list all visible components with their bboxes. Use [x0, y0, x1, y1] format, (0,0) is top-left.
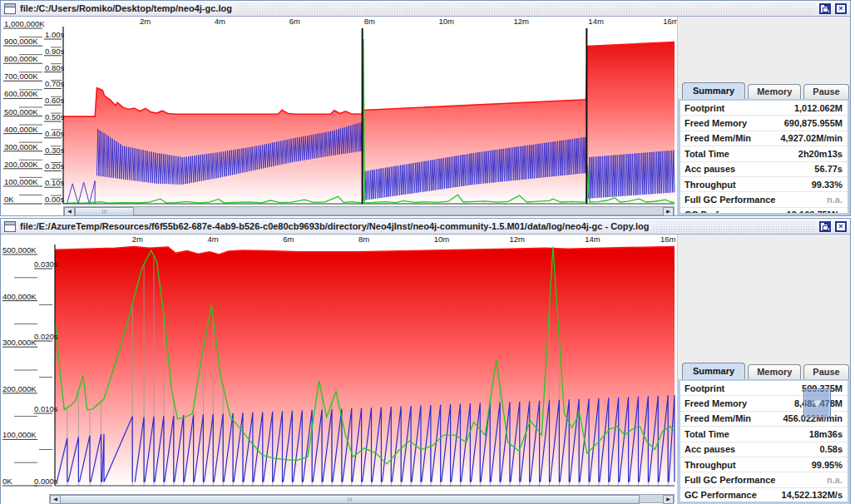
svg-text:400,000K: 400,000K — [4, 125, 38, 134]
svg-text:2m: 2m — [140, 17, 151, 26]
scrollbar-thumb[interactable] — [75, 207, 134, 215]
svg-text:0.20s: 0.20s — [45, 161, 64, 170]
summary-panel: Summary Memory Pause Footprint509.375MFr… — [677, 235, 850, 504]
stat-row: Full GC Performancen.a. — [680, 472, 848, 487]
svg-text:0.60s: 0.60s — [45, 96, 64, 105]
stat-row: GC Performance14,522.132M/s — [680, 487, 848, 502]
stat-value: 2h20m13s — [798, 149, 843, 159]
titlebar[interactable]: file:/E:/AzureTemp/Resources/f6f55b62-68… — [1, 219, 850, 235]
stat-label: Freed Mem/Min — [684, 133, 751, 143]
gc-window-top: file:/C:/Users/Romiko/Desktop/temp/neo4j… — [0, 0, 851, 216]
chart-area: 2m4m6m8m10m12m14m16m1,000,000K900,000K80… — [1, 17, 677, 215]
svg-text:0.30s: 0.30s — [45, 146, 64, 155]
stat-label: Total Time — [684, 429, 729, 439]
scroll-right-icon: ▶ — [666, 497, 670, 502]
scroll-left-button[interactable]: ◀ — [64, 207, 75, 215]
heap-total-area — [55, 247, 675, 487]
stat-value: 1,012.062M — [794, 103, 843, 113]
stat-value: 99.33% — [812, 180, 843, 190]
svg-text:0.80s: 0.80s — [45, 63, 64, 72]
stat-value: 0.58s — [819, 444, 843, 454]
svg-text:200,000K: 200,000K — [2, 384, 37, 393]
tab-summary[interactable]: Summary — [682, 82, 745, 99]
stat-label: Freed Mem/Min — [684, 413, 751, 423]
stat-value: 12,168.75M/s — [787, 210, 843, 215]
tab-summary[interactable]: Summary — [682, 363, 745, 379]
maximize-button[interactable] — [819, 3, 831, 14]
gc-window-bottom: file:/E:/AzureTemp/Resources/f6f55b62-68… — [0, 218, 851, 504]
svg-text:12m: 12m — [513, 17, 529, 26]
titlebar-texture — [236, 2, 815, 14]
stat-row: Freed Memory690,875.955M — [680, 115, 848, 130]
stats-table: Footprint1,012.062MFreed Memory690,875.9… — [678, 99, 850, 215]
stat-value: 99.95% — [812, 460, 843, 470]
svg-text:10m: 10m — [439, 17, 455, 26]
panel-filler — [678, 235, 850, 363]
svg-text:4m: 4m — [215, 17, 225, 26]
tab-memory[interactable]: Memory — [748, 364, 801, 379]
svg-text:1.00s: 1.00s — [45, 30, 64, 39]
stat-row: Total Time18m36s — [680, 426, 848, 441]
stat-value: 456.022M/min — [783, 413, 843, 423]
stat-row: GC Performance12,168.75M/s — [680, 207, 848, 215]
svg-text:14m: 14m — [588, 17, 604, 26]
stat-value: 56.77s — [814, 164, 843, 174]
svg-text:16m: 16m — [663, 17, 677, 26]
scroll-right-button[interactable]: ▶ — [663, 207, 674, 215]
tab-pause[interactable]: Pause — [803, 84, 848, 99]
window-icon — [4, 3, 16, 14]
stat-value: 4,927.02M/min — [780, 133, 843, 143]
stat-row: Freed Mem/Min456.022M/min — [680, 411, 848, 426]
stat-row: Footprint1,012.062M — [680, 101, 848, 115]
stat-label: GC Performance — [684, 210, 757, 215]
close-icon: × — [838, 222, 843, 230]
close-button[interactable]: × — [835, 221, 847, 232]
gc-chart-bottom: 2m4m6m8m10m12m14m16m500,000K400,000K300,… — [1, 235, 677, 494]
tab-bar: Summary Memory Pause — [678, 82, 850, 99]
svg-text:0.10s: 0.10s — [45, 178, 64, 187]
titlebar[interactable]: file:/C:/Users/Romiko/Desktop/temp/neo4j… — [1, 1, 850, 17]
stat-label: Acc pauses — [684, 444, 735, 454]
h-scrollbar[interactable]: ◀ ▶ — [63, 206, 675, 215]
svg-text:1,000,000K: 1,000,000K — [4, 19, 45, 28]
h-scrollbar[interactable]: ◀ ▶ — [49, 494, 675, 503]
svg-text:600,000K: 600,000K — [4, 89, 38, 98]
stat-row: Footprint509.375M — [680, 381, 848, 395]
svg-text:8m: 8m — [358, 235, 369, 244]
stat-value: 18m36s — [809, 429, 843, 439]
svg-text:400,000K: 400,000K — [2, 292, 37, 301]
stat-value: 509.375M — [802, 383, 843, 393]
svg-text:6m: 6m — [283, 235, 294, 244]
stat-label: Throughput — [684, 460, 736, 470]
gc-chart-top: 2m4m6m8m10m12m14m16m1,000,000K900,000K80… — [1, 17, 677, 205]
stat-label: Acc pauses — [684, 164, 735, 174]
maximize-button[interactable] — [819, 221, 831, 232]
stat-label: Full GC Performance — [684, 475, 775, 485]
stat-label: GC Performance — [684, 490, 757, 500]
stat-value: n.a. — [827, 475, 843, 485]
tab-pause[interactable]: Pause — [803, 364, 848, 379]
scroll-right-button[interactable]: ▶ — [663, 495, 674, 504]
svg-text:300,000K: 300,000K — [4, 142, 38, 151]
svg-text:300,000K: 300,000K — [2, 338, 37, 347]
svg-text:500,000K: 500,000K — [2, 245, 37, 254]
svg-text:0.70s: 0.70s — [45, 79, 64, 88]
svg-text:0K: 0K — [4, 195, 14, 204]
stat-row: Freed Memory8,482.478M — [680, 395, 848, 410]
window-title: file:/E:/AzureTemp/Resources/f6f55b62-68… — [20, 221, 649, 231]
svg-text:500,000K: 500,000K — [4, 107, 38, 116]
panel-filler — [678, 17, 850, 82]
stats-table: Footprint509.375MFreed Memory8,482.478MF… — [678, 379, 850, 504]
scroll-right-icon: ▶ — [666, 209, 670, 214]
close-button[interactable]: × — [835, 3, 847, 14]
tab-bar: Summary Memory Pause — [678, 363, 850, 379]
stat-row: Full GC Performancen.a. — [680, 191, 848, 206]
svg-text:200,000K: 200,000K — [4, 160, 38, 169]
stat-row: Acc pauses0.58s — [680, 442, 848, 457]
stat-row: Freed Mem/Min4,927.02M/min — [680, 131, 848, 146]
stat-label: Freed Memory — [684, 118, 747, 128]
stat-label: Footprint — [684, 383, 724, 393]
svg-text:700,000K: 700,000K — [4, 72, 38, 81]
tab-memory[interactable]: Memory — [748, 84, 801, 99]
scrollbar-thumb[interactable] — [60, 495, 640, 504]
